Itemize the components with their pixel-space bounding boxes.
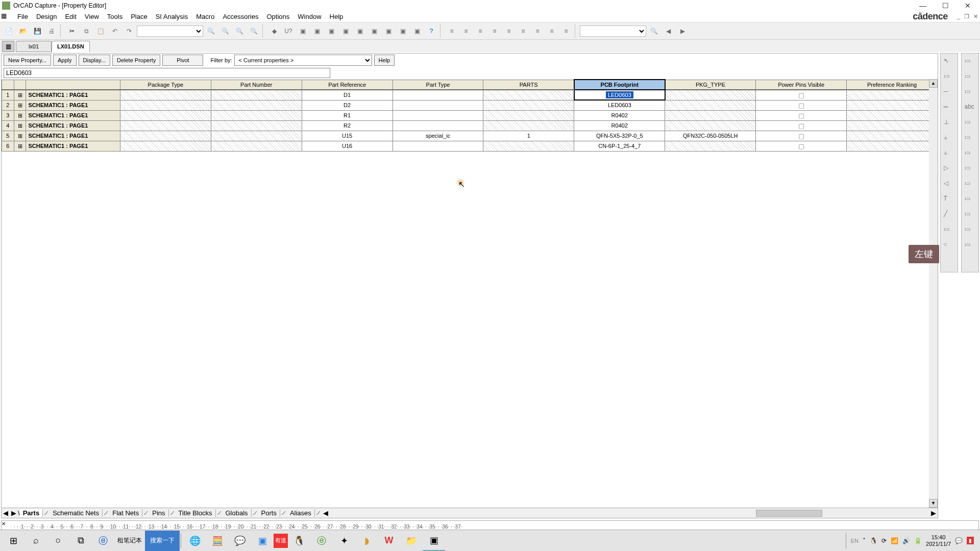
- tool2-icon-2[interactable]: ▭: [964, 72, 976, 84]
- col-pcb-footprint[interactable]: PCB Footprint: [574, 80, 665, 90]
- sheet-nav-first[interactable]: ◀: [2, 509, 10, 517]
- tab-lx01[interactable]: lx01: [16, 41, 52, 52]
- prev-icon[interactable]: ◀: [662, 24, 675, 38]
- tray-sync-icon[interactable]: ⟳: [881, 537, 887, 544]
- cell-part-number[interactable]: [211, 100, 302, 110]
- browser-icon[interactable]: ⓔ: [310, 531, 333, 551]
- tray-chevron-icon[interactable]: ˄: [863, 537, 866, 544]
- start-button[interactable]: ⊞: [2, 531, 24, 551]
- align-icon-1[interactable]: ≡: [445, 24, 458, 38]
- cell-package-type[interactable]: [120, 90, 211, 100]
- sheet-tab-parts[interactable]: Parts: [20, 509, 43, 517]
- tool2-icon-10[interactable]: ▭: [964, 194, 976, 207]
- tool-icon-7[interactable]: ▣: [353, 24, 366, 38]
- row-number[interactable]: 2: [2, 100, 14, 110]
- tool-icon-10[interactable]: ▣: [396, 24, 409, 38]
- tool-icon-2[interactable]: U?: [282, 24, 295, 38]
- cell-pcb-footprint[interactable]: R0402: [574, 120, 665, 131]
- cell-pref-rank[interactable]: [847, 120, 938, 131]
- zoom-out-icon[interactable]: 🔍: [218, 24, 232, 38]
- tray-wifi-icon[interactable]: 📶: [891, 537, 898, 544]
- print-icon[interactable]: 🖨: [45, 24, 58, 38]
- table-row[interactable]: 3⊞SCHEMATIC1 : PAGE1R1R0402: [2, 110, 938, 120]
- cell-pcb-footprint[interactable]: LED0603: [574, 100, 665, 110]
- tool-offpage-icon[interactable]: ▷: [943, 164, 955, 176]
- menu-place[interactable]: Place: [127, 12, 152, 21]
- ie-icon[interactable]: ⓔ: [92, 531, 114, 551]
- cell-power-pins[interactable]: [756, 120, 847, 131]
- orcad-taskbar-icon[interactable]: ▣: [423, 531, 445, 551]
- taskview-icon[interactable]: ⧉: [69, 531, 92, 551]
- cell-pcb-footprint[interactable]: LED0603: [574, 90, 665, 100]
- tool-circle-icon[interactable]: ○: [943, 240, 955, 253]
- tray-notif-icon[interactable]: 💬: [955, 537, 963, 544]
- property-value-input[interactable]: [4, 68, 330, 78]
- expand-icon[interactable]: ⊞: [14, 131, 26, 141]
- col-package-type[interactable]: Package Type: [120, 80, 211, 90]
- tray-volume-icon[interactable]: 🔊: [902, 537, 910, 544]
- paste-icon[interactable]: 📋: [94, 24, 107, 38]
- sheet-nav-scroll-left[interactable]: ◀: [322, 509, 330, 517]
- tool-line-icon[interactable]: ╱: [943, 210, 955, 222]
- tool-icon-8[interactable]: ▣: [368, 24, 381, 38]
- cell-pcb-footprint[interactable]: QFN-5X5-32P-0_5: [574, 131, 665, 141]
- col-part-reference[interactable]: Part Reference: [302, 80, 393, 90]
- col-pkg-type[interactable]: PKG_TYPE: [665, 80, 756, 90]
- table-row[interactable]: 5⊞SCHEMATIC1 : PAGE1U15special_ic1QFN-5X…: [2, 131, 938, 141]
- zoom-in-icon[interactable]: 🔍: [204, 24, 217, 38]
- cell-package-type[interactable]: [120, 110, 211, 120]
- tool2-icon-3[interactable]: ▭: [964, 87, 976, 99]
- tool-wire-icon[interactable]: ─: [943, 87, 955, 99]
- cell-part-number[interactable]: [211, 131, 302, 141]
- expand-icon[interactable]: ⊞: [14, 120, 26, 131]
- cell-pkg-type[interactable]: [665, 110, 756, 120]
- app-icon-1[interactable]: ▣: [251, 531, 274, 551]
- cortana-icon[interactable]: ○: [47, 531, 69, 551]
- system-menu-icon[interactable]: ▦: [1, 12, 11, 21]
- col-part-type[interactable]: Part Type: [393, 80, 483, 90]
- cell-part-type[interactable]: [393, 90, 483, 100]
- part-select[interactable]: [137, 26, 203, 37]
- menu-edit[interactable]: Edit: [61, 12, 80, 21]
- cell-package-type[interactable]: [120, 100, 211, 110]
- sheet-nav-scroll-right[interactable]: ▶: [929, 509, 938, 517]
- cell-parts[interactable]: 1: [483, 131, 574, 141]
- cell-parts[interactable]: [483, 120, 574, 131]
- tool-rect-icon[interactable]: ▭: [943, 225, 955, 237]
- mdi-close[interactable]: ✕: [972, 13, 979, 20]
- tool-power-icon[interactable]: ⏚: [943, 133, 955, 145]
- cell-part-number[interactable]: [211, 110, 302, 120]
- scroll-up-icon[interactable]: ▲: [929, 79, 938, 88]
- cell-part-type[interactable]: [393, 110, 483, 120]
- cell-schematic[interactable]: SCHEMATIC1 : PAGE1: [26, 110, 120, 120]
- tool-icon-4[interactable]: ▣: [310, 24, 324, 38]
- filter-select[interactable]: < Current properties >: [234, 55, 372, 66]
- cell-pref-rank[interactable]: [847, 141, 938, 151]
- menu-options[interactable]: Options: [262, 12, 293, 21]
- tool2-icon-12[interactable]: ▭: [964, 225, 976, 237]
- wechat-icon[interactable]: 💬: [229, 531, 251, 551]
- next-icon[interactable]: ▶: [676, 24, 689, 38]
- copy-icon[interactable]: ⧉: [80, 24, 93, 38]
- tool-select-icon[interactable]: ↖: [943, 57, 955, 69]
- tool-part-icon[interactable]: ▭: [943, 72, 955, 84]
- align-icon-4[interactable]: ≡: [488, 24, 501, 38]
- sheet-tab-globals[interactable]: Globals: [223, 509, 252, 517]
- tray-action-icon[interactable]: ▮: [967, 537, 974, 544]
- cell-pkg-type[interactable]: QFN32C-050-0505LH: [665, 131, 756, 141]
- tab-lx01-dsn[interactable]: LX01.DSN: [52, 41, 90, 52]
- cell-power-pins[interactable]: [756, 131, 847, 141]
- menu-si-analysis[interactable]: SI Analysis: [152, 12, 192, 21]
- menu-help[interactable]: Help: [326, 12, 348, 21]
- tool-icon-11[interactable]: ▣: [410, 24, 424, 38]
- cell-part-reference[interactable]: D1: [302, 90, 393, 100]
- menu-macro[interactable]: Macro: [192, 12, 218, 21]
- horizontal-scrollbar[interactable]: [756, 510, 929, 517]
- tray-qq-icon[interactable]: 🐧: [870, 537, 877, 544]
- cell-part-type[interactable]: special_ic: [393, 131, 483, 141]
- align-icon-2[interactable]: ≡: [459, 24, 473, 38]
- cell-part-reference[interactable]: U15: [302, 131, 393, 141]
- mdi-minimize[interactable]: _: [956, 13, 961, 20]
- youdao-icon[interactable]: 有道: [274, 534, 288, 548]
- align-icon-7[interactable]: ≡: [531, 24, 544, 38]
